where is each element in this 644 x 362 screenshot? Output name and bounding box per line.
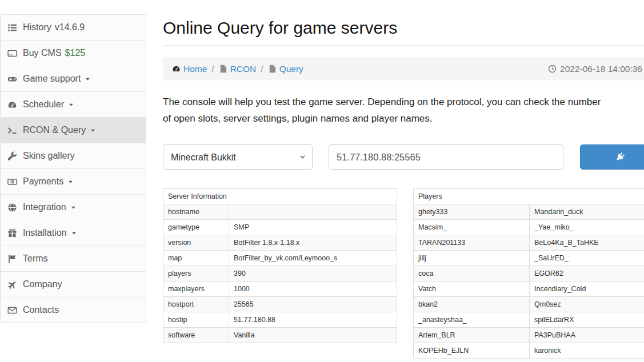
- server-info-row-cell: [229, 204, 397, 220]
- server-info-row-cell: hostip: [163, 312, 229, 328]
- player-row-cell: coca: [414, 266, 530, 281]
- connect-button[interactable]: [580, 144, 644, 170]
- query-form: Minecraft Bukkit: [163, 144, 644, 170]
- flag-icon: [7, 254, 18, 264]
- player-row-cell: ghety333: [414, 204, 530, 220]
- plane-icon: [7, 280, 18, 289]
- server-info-row-cell: Vanilla: [229, 328, 397, 343]
- dashboard-icon: [7, 100, 18, 110]
- breadcrumb-link-home[interactable]: Home: [172, 64, 207, 74]
- gamepad-icon: [7, 74, 18, 84]
- sidebar-item-payments[interactable]: Payments: [1, 169, 146, 195]
- player-row: Macsim__Yae_miko_: [414, 220, 644, 235]
- player-row: cocaEGOR62: [414, 266, 644, 281]
- player-row-cell: Vatch: [414, 281, 530, 297]
- file-icon: [219, 65, 227, 73]
- protocol-select-wrap: Minecraft Bukkit: [163, 144, 313, 170]
- player-row: bkan2Qm0sez: [414, 297, 644, 312]
- player-row-cell: karonick: [530, 343, 644, 359]
- sidebar-item-contacts[interactable]: Contacts: [1, 297, 146, 323]
- server-info-row: hostip51.77.180.88: [163, 312, 397, 328]
- server-info-row-cell: 1000: [229, 281, 397, 297]
- sidebar-item-buy-cms[interactable]: Buy CMS$125: [1, 41, 146, 66]
- players-table: Players ghety333Mandarin_duckMacsim__Yae…: [413, 188, 644, 359]
- server-info-row: versionBotFilter 1.8.x-1.18.x: [163, 235, 397, 251]
- server-info-row-cell: SMP: [229, 220, 397, 235]
- timestamp: 2022-06-18 14:00:36: [548, 64, 642, 74]
- credit-card-icon: [7, 49, 18, 58]
- sidebar-item-rcon-query[interactable]: RCON & Query: [1, 118, 146, 143]
- sidebar-item-label: Buy CMS: [23, 48, 62, 58]
- caret-down-icon: [71, 230, 77, 236]
- player-row: KOPEHb_EJLNkaronick: [414, 343, 644, 359]
- protocol-select[interactable]: Minecraft Bukkit: [163, 144, 313, 170]
- breadcrumb-link-rcon[interactable]: RCON: [219, 64, 257, 74]
- server-info-row-cell: hostport: [163, 297, 229, 312]
- server-info-row: hostport25565: [163, 297, 397, 312]
- server-info-row: players390: [163, 266, 397, 281]
- server-address-input[interactable]: [329, 144, 563, 170]
- sidebar-item-label: Installation: [23, 228, 67, 238]
- sidebar-item-label: Game support: [23, 74, 81, 84]
- sidebar-item-suffix: v14.6.9: [55, 22, 85, 33]
- sidebar-item-history[interactable]: Historyv14.6.9: [1, 15, 146, 41]
- player-row-cell: TARAN201133: [414, 235, 530, 251]
- server-info-row-cell: version: [163, 235, 229, 251]
- sidebar-item-label: Contacts: [23, 305, 59, 315]
- server-info-row-cell: players: [163, 266, 229, 281]
- sidebar-item-game-support[interactable]: Game support: [1, 66, 146, 92]
- caret-down-icon: [85, 76, 91, 82]
- timestamp-text: 2022-06-18 14:00:36: [560, 64, 642, 74]
- player-row-cell: Mandarin_duck: [530, 204, 644, 220]
- breadcrumb-separator: /: [261, 64, 263, 74]
- sidebar-item-label: RCON & Query: [23, 125, 86, 135]
- description-line-1: The console will help you test the game …: [163, 94, 644, 110]
- player-row-cell: spilELdarRX: [530, 312, 644, 328]
- sidebar-item-terms[interactable]: Terms: [1, 246, 146, 272]
- server-info-row-cell: 25565: [229, 297, 397, 312]
- page-title: Online Query for game servers: [163, 18, 644, 46]
- sidebar-item-label: Terms: [23, 254, 48, 264]
- player-row-cell: Macsim_: [414, 220, 530, 235]
- player-row-cell: Qm0sez: [530, 297, 644, 312]
- player-row: ghety333Mandarin_duck: [414, 204, 644, 220]
- banknote-icon: [7, 177, 18, 187]
- description-line-2: of open slots, server settings, plugin n…: [163, 110, 644, 127]
- sidebar-item-label: Scheduler: [23, 99, 64, 110]
- breadcrumb-label: Home: [183, 64, 207, 74]
- player-row: _anasteyshaa_spilELdarRX: [414, 312, 644, 328]
- file-icon: [268, 65, 277, 73]
- sidebar-item-company[interactable]: Company: [1, 272, 146, 297]
- caret-down-icon: [70, 204, 77, 211]
- player-row-cell: _Yae_miko_: [530, 220, 644, 235]
- breadcrumb-label: RCON: [230, 64, 257, 74]
- player-row-cell: Incendiary_Cold: [530, 281, 644, 297]
- player-row-cell: PA3PuBHAA: [530, 328, 644, 343]
- sidebar-item-scheduler[interactable]: Scheduler: [1, 92, 146, 118]
- breadcrumb-separator: /: [211, 64, 214, 74]
- breadcrumb-items: Home/RCON/Query: [172, 64, 303, 74]
- sidebar-item-integration[interactable]: Integration: [1, 195, 146, 220]
- sidebar-item-suffix: $125: [65, 48, 86, 58]
- page: Historyv14.6.9Buy CMS$125Game supportSch…: [0, 0, 644, 362]
- server-info-row: gametypeSMP: [163, 220, 397, 235]
- server-info-row: softwareVanilla: [163, 328, 397, 343]
- server-info-row-cell: 51.77.180.88: [229, 312, 397, 328]
- plug-icon: [615, 152, 625, 162]
- server-info-row: maxplayers1000: [163, 281, 397, 297]
- envelope-icon: [7, 305, 18, 315]
- player-row-cell: BeLo4Ka_B_TaHKE: [530, 235, 644, 251]
- sidebar-item-installation[interactable]: Installation: [1, 220, 146, 246]
- breadcrumb-link-query[interactable]: Query: [268, 64, 303, 74]
- breadcrumb: Home/RCON/Query 2022-06-18 14:00:36: [163, 57, 644, 81]
- clock-icon: [548, 65, 557, 73]
- player-row-cell: _SaUrED_: [530, 251, 644, 266]
- server-info-row-cell: hostname: [163, 204, 229, 220]
- player-row-cell: _anasteyshaa_: [414, 312, 530, 328]
- sidebar-item-skins-gallery[interactable]: Skins gallery: [1, 143, 146, 169]
- sidebar-item-label: Company: [23, 279, 62, 289]
- player-row: VatchIncendiary_Cold: [414, 281, 644, 297]
- results-area: Server Information hostname gametypeSMPv…: [163, 188, 644, 359]
- sidebar-item-label: Integration: [23, 202, 66, 212]
- server-info-row: mapBotFilter_by_vk.com/Leymooo_s: [163, 251, 397, 266]
